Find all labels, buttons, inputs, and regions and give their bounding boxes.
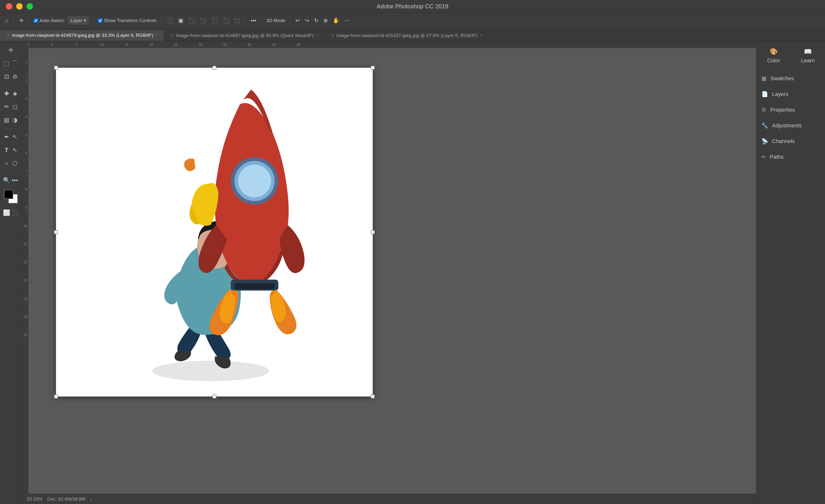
adjustments-icon: 🔧 — [761, 122, 768, 129]
tab-close-2[interactable]: × — [331, 33, 334, 38]
ruler-left-3: 3 — [25, 97, 28, 101]
zoom-icon[interactable]: 🔍 — [3, 174, 11, 187]
title-bar: Adobe Photoshop CC 2019 — [0, 0, 825, 13]
align-center-icon[interactable]: ▣ — [177, 16, 184, 25]
home-icon[interactable]: ⌂ — [4, 16, 9, 25]
toolbar: ⌂ ✛ Auto-Select: Layer ▾ Show Transform … — [0, 13, 825, 28]
align-bottom-icon[interactable]: ⬛ — [222, 16, 231, 25]
ruler-left-11: 11 — [23, 242, 28, 246]
ruler-left-2: 2 — [25, 79, 28, 82]
lasso-icon[interactable]: ⌒ — [11, 57, 19, 70]
crop-icon[interactable]: ⊡ — [3, 70, 11, 83]
shape-icon[interactable]: ○ — [3, 157, 11, 170]
rpi-properties-label: Properties — [770, 107, 795, 113]
heal-icon[interactable]: ✚ — [3, 87, 11, 100]
rpi-paths[interactable]: ✏ Paths — [756, 149, 825, 165]
align-top-icon[interactable]: ⬛ — [199, 16, 208, 25]
hand-icon[interactable]: ✋ — [332, 16, 340, 25]
stamp-icon[interactable]: ◈ — [11, 87, 19, 100]
auto-select-checkbox[interactable]: Auto-Select: — [33, 18, 65, 23]
screen-mode-icon[interactable]: ⬛ — [11, 206, 19, 219]
close-button[interactable] — [6, 3, 12, 10]
rpi-channels[interactable]: 📡 Channels — [756, 134, 825, 149]
expand-icon[interactable]: › — [90, 496, 92, 502]
text-icon[interactable]: T — [3, 144, 11, 157]
tab-2[interactable]: × image-from-rawpixel-id-431437-jpeg.jpg… — [324, 30, 489, 41]
ruler-mark-20: 20 — [149, 43, 153, 47]
eyedropper-icon[interactable]: ⊘ — [11, 70, 19, 83]
tab-close-1[interactable]: × — [171, 33, 174, 38]
foreground-color-chip[interactable] — [4, 190, 13, 199]
transform-icon[interactable]: ↖ — [11, 144, 19, 157]
path-select-icon[interactable]: ↖ — [11, 131, 19, 143]
pen-icon[interactable]: ✒ — [3, 131, 11, 143]
tab-1[interactable]: × image-from-rawpixel-id-424687-jpeg.jpg… — [164, 30, 324, 41]
ruler-mark-45: 45 — [272, 43, 276, 47]
redo-icon[interactable]: ↪ — [304, 16, 310, 25]
tab-close-0[interactable]: × — [7, 33, 10, 38]
toolbar-separator-5 — [245, 16, 245, 25]
rpi-swatches[interactable]: ▦ Swatches — [756, 71, 825, 86]
ruler-left-15: 15 — [23, 315, 28, 319]
extras-icon[interactable]: ⋯ — [343, 16, 351, 25]
shape-tools: ○ ⬡ — [3, 157, 19, 170]
maximize-button[interactable] — [26, 3, 33, 10]
align-right-icon[interactable]: ⬛ — [188, 16, 196, 25]
show-transform-checkbox[interactable]: Show Transform Controls — [98, 18, 156, 23]
move-icon[interactable]: ✛ — [18, 16, 24, 25]
eraser-icon[interactable]: ◻ — [11, 100, 19, 113]
more-tools-icon[interactable]: ••• — [250, 16, 257, 25]
rotate-icon[interactable]: ↻ — [313, 16, 319, 25]
dodge-icon[interactable]: ◑ — [11, 113, 19, 127]
ruler-left-14: 14 — [23, 297, 28, 300]
tab-modified-1: * — [316, 33, 317, 37]
tab-0[interactable]: × image-from-rawpixel-id-424879-jpeg.jpg… — [0, 30, 164, 41]
ruler-mark-neg5: -5 — [26, 43, 29, 47]
extra-tools-icon[interactable]: ••• — [11, 174, 19, 187]
layer-dropdown[interactable]: Layer ▾ — [68, 16, 89, 24]
ruler-left-5: 5 — [25, 133, 28, 137]
ruler-mark-5: 5 — [76, 43, 78, 47]
ruler-left-7: 7 — [25, 169, 28, 173]
rpi-properties[interactable]: ⚙ Properties — [756, 102, 825, 118]
ruler-mark-10: 10 — [100, 43, 104, 47]
layers-icon: 📄 — [761, 91, 768, 97]
distribute-icon[interactable]: ⬚ — [233, 16, 241, 25]
ruler-mark-25: 25 — [174, 43, 178, 47]
gradient-icon[interactable]: ▤ — [3, 113, 11, 127]
quick-mask-icon[interactable]: ⬜ — [3, 206, 11, 219]
target-icon[interactable]: ⊕ — [322, 16, 329, 25]
canvas-viewport[interactable]: 1 2 3 4 5 6 7 8 9 10 11 12 13 14 15 16 — [22, 48, 756, 504]
ruler-mark-15: 15 — [125, 43, 129, 47]
ruler-left-1: 1 — [25, 60, 28, 64]
custom-shape-icon[interactable]: ⬡ — [11, 157, 19, 170]
right-panel: 🎨 Color 📖 Learn ▦ Swatches 📄 Layers ⚙ Pr… — [756, 41, 825, 504]
ruler-left-9: 9 — [25, 205, 28, 209]
move-tool-icon[interactable]: ✛ — [3, 44, 19, 57]
ruler-left-13: 13 — [23, 278, 28, 282]
main-area: ✛ ⬚ ⌒ ⊡ ⊘ ✚ ◈ ✏ ◻ ▤ ◑ ✒ ↖ T ↖ — [0, 41, 825, 504]
nav-tools: 🔍 ••• — [3, 174, 19, 187]
app-title: Adobe Photoshop CC 2019 — [377, 3, 448, 10]
rp-tab-color[interactable]: 🎨 Color — [756, 41, 791, 71]
text-tools: T ↖ — [3, 144, 19, 157]
brush-icon[interactable]: ✏ — [3, 100, 11, 113]
rp-tab-learn[interactable]: 📖 Learn — [791, 41, 825, 71]
align-middle-icon[interactable]: ⬛ — [210, 16, 219, 25]
rpi-adjustments[interactable]: 🔧 Adjustments — [756, 118, 825, 134]
rect-select-icon[interactable]: ⬚ — [3, 57, 11, 70]
ruler-mark-40: 40 — [247, 43, 251, 47]
minimize-button[interactable] — [16, 3, 22, 10]
auto-select-label: Auto-Select: — [40, 18, 65, 23]
dropdown-arrow: ▾ — [84, 18, 86, 23]
show-transform-label: Show Transform Controls — [104, 18, 156, 23]
tab-modified-2: * — [480, 33, 481, 37]
mode-3d-label: 3D Mode — [267, 18, 285, 23]
pen-tools: ✒ ↖ — [3, 131, 19, 143]
color-chips[interactable] — [4, 190, 18, 203]
canvas-area[interactable]: -5 0 5 10 15 20 25 30 35 40 45 50 1 2 3 … — [22, 41, 756, 504]
rpi-layers[interactable]: 📄 Layers — [756, 86, 825, 102]
align-left-icon[interactable]: ⬛ — [166, 16, 174, 25]
undo-icon[interactable]: ↩ — [294, 16, 301, 25]
layer-label: Layer — [71, 18, 82, 23]
